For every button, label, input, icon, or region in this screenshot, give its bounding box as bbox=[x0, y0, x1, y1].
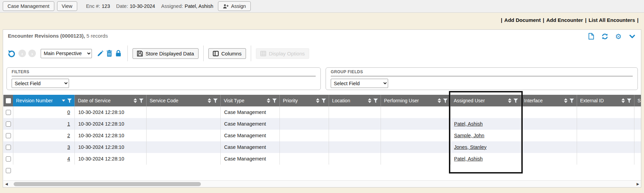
sort-icon bbox=[438, 98, 441, 103]
scroll-right-icon[interactable]: ▶ bbox=[635, 182, 641, 186]
refresh-icon[interactable] bbox=[601, 32, 609, 40]
filters-section: FILTERS Select Field bbox=[6, 67, 321, 90]
column-header-visit-type[interactable]: Visit Type bbox=[220, 95, 279, 106]
person-add-icon bbox=[223, 4, 229, 9]
filter-funnel-icon[interactable] bbox=[373, 99, 378, 103]
store-displayed-data-button[interactable]: Store Displayed Data bbox=[133, 48, 198, 59]
assigned-user-link[interactable]: Jones, Stanley bbox=[454, 144, 487, 150]
select-all-checkbox[interactable] bbox=[6, 98, 11, 103]
filter-funnel-icon[interactable] bbox=[321, 99, 326, 103]
visit-type-cell: Case Management bbox=[220, 118, 279, 130]
column-header-performing-user[interactable]: Performing User bbox=[381, 95, 450, 106]
filter-funnel-icon[interactable] bbox=[213, 99, 218, 103]
group-fields-label: GROUP FIELDS bbox=[331, 69, 363, 74]
new-document-icon[interactable] bbox=[587, 32, 595, 40]
service-code-cell bbox=[146, 130, 220, 141]
horizontal-scrollbar[interactable]: ◀ ▶ bbox=[3, 180, 641, 187]
s-cell bbox=[634, 118, 641, 130]
assigned-user-link[interactable]: Sample, John bbox=[454, 133, 484, 138]
group-fields-select[interactable]: Select Field bbox=[331, 79, 388, 88]
page: Case Management View Enc #: 123 Date: 10… bbox=[0, 0, 644, 193]
filter-funnel-icon[interactable] bbox=[272, 99, 277, 103]
lock-perspective-icon[interactable] bbox=[114, 49, 123, 58]
table-row: 4 10-30-2024 12:28:10 Case Management Pa… bbox=[3, 153, 641, 165]
edit-perspective-icon[interactable] bbox=[96, 49, 105, 58]
performing-user-cell bbox=[381, 106, 450, 118]
interface-cell bbox=[521, 130, 577, 141]
column-header-interface[interactable]: Interface bbox=[521, 95, 577, 106]
revision-link[interactable]: 4 bbox=[67, 156, 70, 162]
row-checkbox[interactable] bbox=[6, 145, 11, 150]
visit-type-cell: Case Management bbox=[220, 153, 279, 165]
priority-cell bbox=[279, 153, 329, 165]
delete-perspective-icon[interactable] bbox=[105, 49, 114, 58]
filters-field-select[interactable]: Select Field bbox=[12, 79, 69, 88]
enc-number-label: Enc #: bbox=[86, 3, 100, 9]
scrollbar-track[interactable] bbox=[10, 181, 635, 187]
table-body: 0 10-30-2024 12:28:10 Case Management 1 … bbox=[3, 106, 641, 165]
column-header-date-of-service[interactable]: Date of Service bbox=[74, 95, 146, 106]
s-cell bbox=[634, 153, 641, 165]
column-header-assigned-user[interactable]: Assigned User bbox=[450, 95, 521, 106]
panel-header: Encounter Revisions (0000123), 5 records bbox=[3, 30, 641, 43]
column-header-location[interactable]: Location bbox=[329, 95, 381, 106]
row-checkbox[interactable] bbox=[6, 121, 11, 127]
revision-link[interactable]: 0 bbox=[67, 110, 70, 115]
row-checkbox[interactable] bbox=[6, 168, 11, 173]
filters-label: FILTERS bbox=[12, 69, 29, 74]
row-checkbox[interactable] bbox=[6, 156, 11, 162]
add-encounter-link[interactable]: Add Encounter bbox=[546, 17, 583, 23]
filter-funnel-icon[interactable] bbox=[67, 99, 72, 103]
filter-funnel-icon[interactable] bbox=[443, 99, 448, 103]
scroll-left-icon[interactable]: ◀ bbox=[3, 182, 10, 186]
interface-cell bbox=[521, 141, 577, 153]
assigned-user-link[interactable]: Patel, Ashish bbox=[454, 156, 483, 162]
revision-link[interactable]: 3 bbox=[67, 144, 70, 150]
collapse-chevron-icon[interactable] bbox=[628, 32, 636, 40]
scrollbar-thumb[interactable] bbox=[14, 182, 201, 186]
interface-cell bbox=[521, 106, 577, 118]
case-management-button[interactable]: Case Management bbox=[3, 1, 54, 11]
next-perspective-icon[interactable]: › bbox=[28, 50, 36, 57]
visit-type-cell: Case Management bbox=[220, 130, 279, 141]
table-row: 0 10-30-2024 12:28:10 Case Management bbox=[3, 106, 641, 118]
undo-icon[interactable] bbox=[7, 49, 16, 58]
top-toolbar: Case Management View Enc #: 123 Date: 10… bbox=[0, 0, 644, 13]
column-header-priority[interactable]: Priority bbox=[279, 95, 329, 106]
display-options-button[interactable]: Display Options bbox=[256, 48, 309, 59]
columns-button[interactable]: Columns bbox=[208, 48, 246, 59]
performing-user-cell bbox=[381, 141, 450, 153]
column-header-service-code[interactable]: Service Code bbox=[146, 95, 220, 106]
row-checkbox[interactable] bbox=[6, 110, 11, 115]
column-header-external-id[interactable]: External ID bbox=[577, 95, 634, 106]
row-checkbox[interactable] bbox=[6, 133, 11, 138]
assigned-value: Patel, Ashish bbox=[185, 3, 214, 9]
gear-icon[interactable]: ⚙ bbox=[614, 32, 622, 40]
table-row: 1 10-30-2024 12:28:10 Case Management Pa… bbox=[3, 118, 641, 130]
view-button[interactable]: View bbox=[57, 1, 77, 11]
revision-link[interactable]: 2 bbox=[67, 133, 70, 138]
list-all-encounters-link[interactable]: List All Encounters bbox=[589, 17, 635, 23]
filter-funnel-icon[interactable] bbox=[627, 99, 631, 103]
s-cell bbox=[634, 106, 641, 118]
add-document-link[interactable]: Add Document bbox=[504, 17, 541, 23]
column-header-revision-number[interactable]: Revision Number bbox=[13, 95, 74, 106]
perspective-select[interactable]: Main Perspective bbox=[41, 49, 92, 58]
filter-funnel-icon[interactable] bbox=[139, 99, 143, 103]
table-row: 2 10-30-2024 12:28:10 Case Management Sa… bbox=[3, 130, 641, 141]
filter-funnel-icon[interactable] bbox=[513, 99, 518, 103]
grid-toolbar: ‹ › Main Perspective bbox=[3, 43, 641, 64]
sort-icon bbox=[208, 98, 211, 103]
column-header-truncated[interactable]: S bbox=[634, 95, 641, 106]
revision-link[interactable]: 1 bbox=[67, 121, 70, 127]
assign-button[interactable]: Assign bbox=[218, 1, 251, 11]
encounter-revisions-panel: Encounter Revisions (0000123), 5 records bbox=[3, 29, 641, 188]
assigned-user-link[interactable]: Patel, Ashish bbox=[454, 121, 483, 127]
prev-perspective-icon[interactable]: ‹ bbox=[18, 50, 26, 57]
priority-cell bbox=[279, 130, 329, 141]
filter-funnel-icon[interactable] bbox=[570, 99, 574, 103]
s-cell bbox=[634, 141, 641, 153]
sort-icon bbox=[134, 98, 137, 103]
location-cell bbox=[329, 106, 381, 118]
service-code-cell bbox=[146, 118, 220, 130]
